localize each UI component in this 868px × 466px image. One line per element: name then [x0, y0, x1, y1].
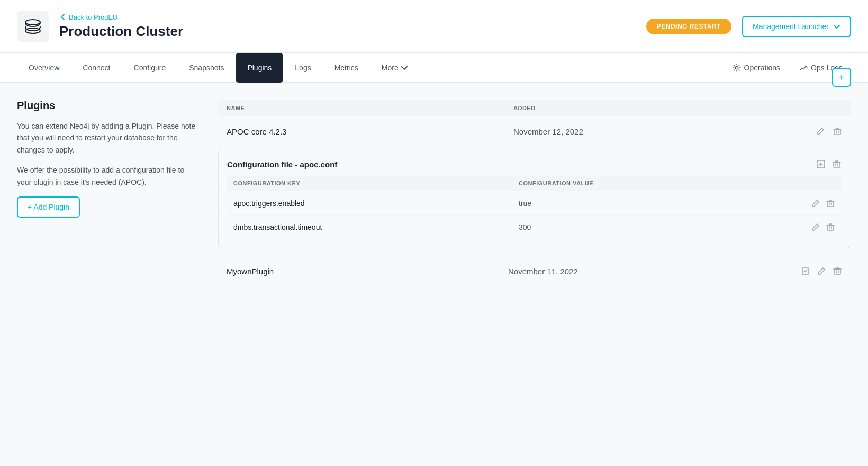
plugin-table: NAME ADDED APOC core 4.2.3 November 12, …	[218, 100, 851, 285]
nav-operations[interactable]: Operations	[724, 53, 789, 83]
main-content: Plugins You can extend Neo4j by adding a…	[0, 83, 868, 302]
plugins-sidebar: Plugins You can extend Neo4j by adding a…	[17, 100, 197, 285]
config-table-header: CONFIGURATION KEY CONFIGURATION VALUE	[227, 176, 842, 191]
config-key-timeout: dmbs.transactional.timeout	[233, 223, 519, 231]
config-actions-triggers	[804, 198, 836, 209]
svg-point-0	[25, 20, 40, 25]
plugin-actions-apoc	[800, 126, 843, 137]
header-title-area: Back to ProdEU Production Cluster	[59, 13, 636, 40]
plugins-content: + NAME ADDED APOC core 4.2.3 November 12…	[218, 100, 851, 285]
add-config-button[interactable]	[816, 159, 826, 169]
plugins-heading: Plugins	[17, 100, 197, 112]
nav-item-connect[interactable]: Connect	[71, 53, 122, 83]
delete-config-triggers-button[interactable]	[825, 198, 836, 209]
plugins-description2: We offer the possibility to add a config…	[17, 164, 197, 188]
pending-restart-badge: PENDING RESTART	[646, 19, 731, 34]
config-section-actions	[816, 159, 842, 169]
page-title: Production Cluster	[59, 23, 636, 40]
management-launcher-button[interactable]: Management Launcher	[742, 16, 851, 37]
delete-plugin-myown-button[interactable]	[832, 266, 843, 276]
svg-rect-9	[834, 269, 840, 274]
plugin-name-myown: MyownPlugin	[227, 267, 508, 276]
plugin-row-apoc: APOC core 4.2.3 November 12, 2022	[218, 118, 851, 146]
plugin-added-apoc: November 12, 2022	[513, 127, 800, 136]
svg-rect-5	[834, 162, 840, 167]
delete-config-button[interactable]	[831, 159, 842, 169]
col-header-config-key: CONFIGURATION KEY	[233, 180, 519, 186]
config-table: CONFIGURATION KEY CONFIGURATION VALUE ap…	[227, 176, 842, 239]
config-row-triggers: apoc.triggers.enabled true	[227, 192, 842, 216]
back-link[interactable]: Back to ProdEU	[59, 13, 636, 21]
plugins-description1: You can extend Neo4j by adding a Plugin.…	[17, 120, 197, 156]
delete-config-timeout-button[interactable]	[825, 222, 836, 232]
col-header-added: ADDED	[513, 105, 800, 111]
svg-rect-7	[827, 225, 834, 230]
config-row-timeout: dmbs.transactional.timeout 300	[227, 216, 842, 239]
plugin-added-myown: November 11, 2022	[508, 267, 790, 276]
nav-item-configure[interactable]: Configure	[122, 53, 178, 83]
config-val-triggers: true	[519, 199, 804, 208]
svg-rect-6	[827, 201, 834, 207]
navigation: Overview Connect Configure Snapshots Plu…	[0, 53, 868, 83]
config-section-header: Configuration file - apoc.conf	[227, 159, 842, 169]
col-header-config-value: CONFIGURATION VALUE	[519, 180, 804, 186]
edit-plugin-apoc-button[interactable]	[815, 126, 826, 137]
config-val-timeout: 300	[519, 223, 804, 231]
nav-item-logs[interactable]: Logs	[283, 53, 322, 83]
nav-item-overview[interactable]: Overview	[17, 53, 71, 83]
plugin-name-apoc: APOC core 4.2.3	[227, 127, 513, 136]
add-plugin-button[interactable]: + Add Plugin	[17, 196, 80, 218]
plugin-actions-myown	[790, 266, 843, 276]
plugin-table-header: NAME ADDED	[218, 100, 851, 116]
delete-plugin-apoc-button[interactable]	[832, 126, 843, 137]
config-section-title: Configuration file - apoc.conf	[227, 160, 337, 169]
nav-item-snapshots[interactable]: Snapshots	[177, 53, 236, 83]
config-plugin-myown-button[interactable]	[800, 266, 811, 276]
edit-config-triggers-button[interactable]	[810, 198, 821, 209]
logo-box	[17, 11, 49, 42]
plugin-row-myown: MyownPlugin November 11, 2022	[218, 257, 851, 285]
svg-rect-3	[834, 129, 840, 135]
edit-plugin-myown-button[interactable]	[816, 266, 827, 276]
config-section-apoc: Configuration file - apoc.conf	[218, 150, 851, 248]
svg-point-2	[735, 66, 738, 69]
nav-item-metrics[interactable]: Metrics	[323, 53, 370, 83]
add-plugin-top-button[interactable]: +	[832, 68, 851, 87]
nav-item-plugins[interactable]: Plugins	[236, 53, 283, 83]
nav-item-more[interactable]: More	[370, 53, 420, 83]
col-header-name: NAME	[227, 105, 513, 111]
config-key-triggers: apoc.triggers.enabled	[233, 199, 519, 208]
plugins-layout: Plugins You can extend Neo4j by adding a…	[17, 100, 851, 285]
header: Back to ProdEU Production Cluster PENDIN…	[0, 0, 868, 53]
config-actions-timeout	[804, 222, 836, 232]
edit-config-timeout-button[interactable]	[810, 222, 821, 232]
